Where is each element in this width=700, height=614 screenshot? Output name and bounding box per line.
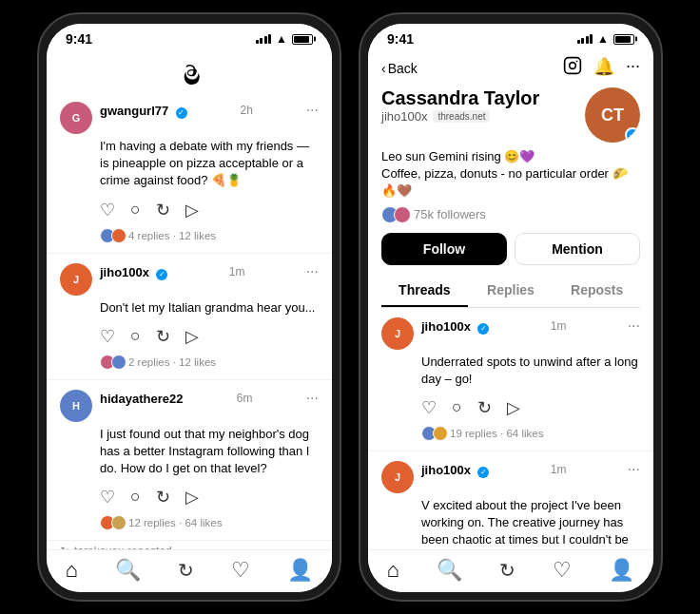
post-2-avatar: J bbox=[60, 263, 92, 296]
profile-post-1-stat-avatars bbox=[421, 426, 444, 441]
mention-button[interactable]: Mention bbox=[515, 233, 640, 265]
phones-container: 9:41 ▲ bbox=[37, 12, 663, 602]
profile-post-1-time: 1m bbox=[551, 319, 567, 333]
profile-feed: J jiho100x ✓ 1m ··· U bbox=[368, 308, 653, 549]
post-2-time: 1m bbox=[229, 265, 245, 278]
profile-verified: ✓ bbox=[625, 127, 640, 143]
nav-search[interactable]: 🔍 bbox=[115, 558, 141, 583]
followers-row: 75k followers bbox=[381, 206, 640, 223]
follower-avatar-2 bbox=[394, 206, 411, 223]
repost-icon[interactable]: ↻ bbox=[156, 487, 170, 508]
svg-rect-0 bbox=[565, 58, 581, 74]
right-status-time: 9:41 bbox=[387, 31, 414, 47]
comment-icon[interactable]: ○ bbox=[452, 397, 462, 418]
post-2-stats: 2 replies · 12 likes bbox=[100, 351, 319, 375]
share-icon[interactable]: ▷ bbox=[185, 487, 199, 508]
like-icon[interactable]: ♡ bbox=[421, 397, 437, 418]
post-3-username: hidayathere22 bbox=[100, 392, 183, 406]
repost-notice: ↻ tarekoyou reposted bbox=[47, 541, 332, 549]
instagram-icon[interactable] bbox=[563, 56, 582, 80]
profile-post-2-time: 1m bbox=[551, 463, 567, 476]
back-label: Back bbox=[388, 61, 418, 76]
profile-name: Cassandra Taylor bbox=[381, 87, 539, 109]
svg-point-1 bbox=[570, 63, 576, 69]
post-1-stats-text: 4 replies · 12 likes bbox=[128, 230, 216, 241]
profile-post-1-stats: 19 replies · 64 likes bbox=[421, 422, 640, 447]
nav-activity-r[interactable]: ↻ bbox=[499, 559, 515, 582]
profile-bio: Leo sun Gemini rising 😊💜Coffee, pizza, d… bbox=[381, 148, 640, 201]
post-3-more[interactable]: ··· bbox=[306, 390, 319, 407]
profile-handle-row: jiho100x threads.net bbox=[381, 109, 539, 124]
battery-icon bbox=[613, 34, 634, 45]
left-phone: 9:41 ▲ bbox=[37, 12, 341, 602]
post-2-username: jiho100x bbox=[100, 265, 149, 279]
threads-badge: threads.net bbox=[433, 110, 490, 123]
follow-button[interactable]: Follow bbox=[381, 233, 507, 265]
repost-icon[interactable]: ↻ bbox=[156, 326, 170, 347]
stat-avatar-6 bbox=[111, 515, 126, 530]
post-1-username-row: gwangurl77 ✓ 2h ··· bbox=[100, 102, 319, 119]
more-icon[interactable]: ··· bbox=[626, 56, 640, 80]
profile-post-2-meta: jiho100x ✓ 1m ··· bbox=[421, 461, 640, 478]
profile-post-1-more[interactable]: ··· bbox=[628, 317, 640, 335]
post-3-header: H hidayathere22 6m ··· bbox=[60, 390, 319, 422]
notification-icon[interactable]: 🔔 bbox=[593, 56, 614, 80]
post-1-time: 2h bbox=[241, 104, 253, 117]
post-2-verified: ✓ bbox=[156, 269, 167, 280]
profile-post-2-verified: ✓ bbox=[477, 467, 489, 478]
post-3-username-row: hidayathere22 6m ··· bbox=[100, 390, 319, 407]
tab-reposts[interactable]: Reposts bbox=[554, 275, 640, 307]
back-row: ‹ Back 🔔 ··· bbox=[381, 56, 640, 80]
nav-likes-r[interactable]: ♡ bbox=[553, 558, 572, 583]
profile-post-1-username-row: jiho100x ✓ 1m ··· bbox=[421, 317, 640, 335]
nav-likes[interactable]: ♡ bbox=[231, 558, 250, 583]
wifi-icon: ▲ bbox=[597, 32, 609, 46]
right-status-icons: ▲ bbox=[577, 32, 634, 46]
post-1-stat-avatars bbox=[100, 228, 123, 243]
profile-handle: jiho100x bbox=[381, 109, 427, 124]
post-2-stats-text: 2 replies · 12 likes bbox=[128, 356, 216, 368]
post-2-more[interactable]: ··· bbox=[306, 263, 319, 280]
post-2-content: Don't let my Italian grandma hear you... bbox=[100, 299, 319, 317]
comment-icon[interactable]: ○ bbox=[130, 200, 141, 221]
profile-post-1-verified: ✓ bbox=[477, 323, 489, 335]
signal-icon bbox=[256, 34, 272, 44]
post-3-stats-text: 12 replies · 64 likes bbox=[128, 517, 222, 528]
nav-home[interactable]: ⌂ bbox=[66, 558, 78, 583]
comment-icon[interactable]: ○ bbox=[130, 487, 141, 508]
share-icon[interactable]: ▷ bbox=[185, 200, 199, 221]
profile-top: Cassandra Taylor jiho100x threads.net CT… bbox=[381, 87, 640, 143]
profile-post-1-meta: jiho100x ✓ 1m ··· bbox=[421, 317, 640, 335]
nav-profile[interactable]: 👤 bbox=[287, 558, 313, 583]
nav-profile-r[interactable]: 👤 bbox=[609, 558, 634, 583]
profile-post-1-stats-text: 19 replies · 64 likes bbox=[450, 428, 543, 439]
tab-threads[interactable]: Threads bbox=[381, 275, 468, 307]
share-icon[interactable]: ▷ bbox=[185, 326, 199, 347]
profile-post-2-more[interactable]: ··· bbox=[628, 461, 640, 478]
like-icon[interactable]: ♡ bbox=[100, 487, 115, 508]
nav-activity[interactable]: ↻ bbox=[178, 559, 194, 582]
post-1-more[interactable]: ··· bbox=[306, 102, 319, 119]
share-icon[interactable]: ▷ bbox=[507, 397, 520, 418]
post-1-stats: 4 replies · 12 likes bbox=[100, 224, 319, 249]
tab-replies[interactable]: Replies bbox=[468, 275, 554, 307]
repost-icon[interactable]: ↻ bbox=[477, 397, 492, 418]
profile-tabs: Threads Replies Reposts bbox=[381, 275, 640, 308]
like-icon[interactable]: ♡ bbox=[100, 326, 115, 347]
post-3-avatar: H bbox=[60, 390, 92, 422]
nav-home-r[interactable]: ⌂ bbox=[387, 558, 399, 583]
post-2-meta: jiho100x ✓ 1m ··· bbox=[100, 263, 319, 280]
follower-avatars bbox=[381, 206, 406, 223]
like-icon[interactable]: ♡ bbox=[100, 200, 115, 221]
right-bottom-nav: ⌂ 🔍 ↻ ♡ 👤 bbox=[368, 549, 653, 592]
comment-icon[interactable]: ○ bbox=[130, 326, 141, 347]
threads-logo bbox=[175, 56, 204, 88]
profile-post-1-content: Underrated spots to unwind after a long … bbox=[421, 354, 640, 388]
profile-header: ‹ Back 🔔 ··· bbox=[368, 50, 653, 308]
profile-post-2-username: jiho100x bbox=[421, 463, 471, 477]
back-button[interactable]: ‹ Back bbox=[381, 61, 418, 76]
post-1-header: G gwangurl77 ✓ 2h ··· bbox=[60, 102, 319, 134]
repost-icon[interactable]: ↻ bbox=[156, 200, 170, 221]
nav-search-r[interactable]: 🔍 bbox=[437, 558, 462, 583]
post-2: J jiho100x ✓ 1m ··· D bbox=[47, 254, 332, 380]
